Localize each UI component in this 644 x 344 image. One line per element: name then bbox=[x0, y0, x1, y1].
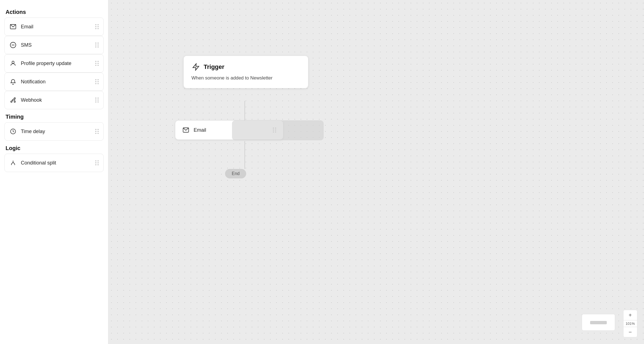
zoom-in-button[interactable]: + bbox=[625, 310, 636, 320]
section-title-timing: Timing bbox=[4, 114, 104, 120]
split-icon bbox=[9, 159, 17, 167]
webhook-icon bbox=[9, 96, 17, 104]
sidebar-item-profile-property-update[interactable]: Profile property update bbox=[4, 54, 104, 73]
zoom-box: + 101% − bbox=[623, 310, 637, 337]
profile-icon bbox=[9, 59, 17, 67]
end-node: End bbox=[225, 169, 246, 178]
svg-point-5 bbox=[13, 45, 13, 45]
sidebar-item-conditional-split[interactable]: Conditional split bbox=[4, 154, 104, 172]
drag-handle-notification[interactable] bbox=[95, 79, 99, 84]
drag-handle-conditional-split[interactable] bbox=[95, 160, 99, 165]
svg-point-6 bbox=[14, 45, 14, 45]
section-title-logic: Logic bbox=[4, 145, 104, 151]
minimap bbox=[582, 314, 615, 331]
section-timing: Timing Time delay bbox=[4, 111, 104, 141]
section-title-actions: Actions bbox=[4, 9, 104, 15]
sidebar-item-webhook[interactable]: Webhook bbox=[4, 91, 104, 109]
svg-line-13 bbox=[11, 162, 13, 164]
zoom-out-button[interactable]: − bbox=[625, 327, 636, 337]
conditional-split-label: Conditional split bbox=[21, 160, 56, 166]
sms-label: SMS bbox=[21, 42, 32, 48]
sidebar-item-sms[interactable]: SMS bbox=[4, 36, 104, 54]
drag-handle-time-delay[interactable] bbox=[95, 129, 99, 134]
connector-line-2 bbox=[244, 141, 245, 169]
workflow-canvas[interactable]: Trigger When someone is added to Newslet… bbox=[108, 0, 644, 344]
svg-point-10 bbox=[14, 101, 16, 103]
trigger-icon bbox=[191, 63, 200, 71]
notification-icon bbox=[9, 78, 17, 86]
drag-handle-profile[interactable] bbox=[95, 61, 99, 66]
email-label: Email bbox=[21, 24, 33, 30]
email-node-icon bbox=[182, 126, 190, 134]
drag-handle-email[interactable] bbox=[95, 24, 99, 29]
email-node-label: Email bbox=[194, 127, 206, 133]
svg-marker-17 bbox=[193, 64, 199, 70]
sidebar: Actions Email bbox=[0, 0, 108, 344]
drag-handle-webhook[interactable] bbox=[95, 98, 99, 103]
time-delay-label: Time delay bbox=[21, 129, 45, 134]
svg-line-14 bbox=[13, 162, 15, 164]
profile-property-update-label: Profile property update bbox=[21, 61, 71, 66]
email-icon bbox=[9, 23, 17, 31]
sidebar-item-time-delay[interactable]: Time delay bbox=[4, 122, 104, 141]
sidebar-item-email[interactable]: Email bbox=[4, 18, 104, 36]
svg-point-4 bbox=[12, 45, 12, 45]
drag-handle-sms[interactable] bbox=[95, 43, 99, 48]
zoom-controls: + 101% − bbox=[623, 308, 637, 337]
sms-icon bbox=[9, 41, 17, 49]
ghost-drop-target bbox=[232, 120, 324, 140]
clock-icon bbox=[9, 128, 17, 135]
notification-label: Notification bbox=[21, 79, 46, 85]
svg-point-7 bbox=[12, 61, 14, 63]
section-logic: Logic Conditional split bbox=[4, 143, 104, 172]
webhook-label: Webhook bbox=[21, 97, 42, 103]
sidebar-item-notification[interactable]: Notification bbox=[4, 73, 104, 91]
trigger-title: Trigger bbox=[204, 63, 224, 71]
zoom-level-label: 101% bbox=[623, 320, 637, 327]
trigger-description: When someone is added to Newsletter bbox=[191, 75, 300, 81]
connector-line-1 bbox=[244, 101, 245, 120]
trigger-node[interactable]: Trigger When someone is added to Newslet… bbox=[183, 56, 308, 88]
section-actions: Actions Email bbox=[4, 7, 104, 109]
